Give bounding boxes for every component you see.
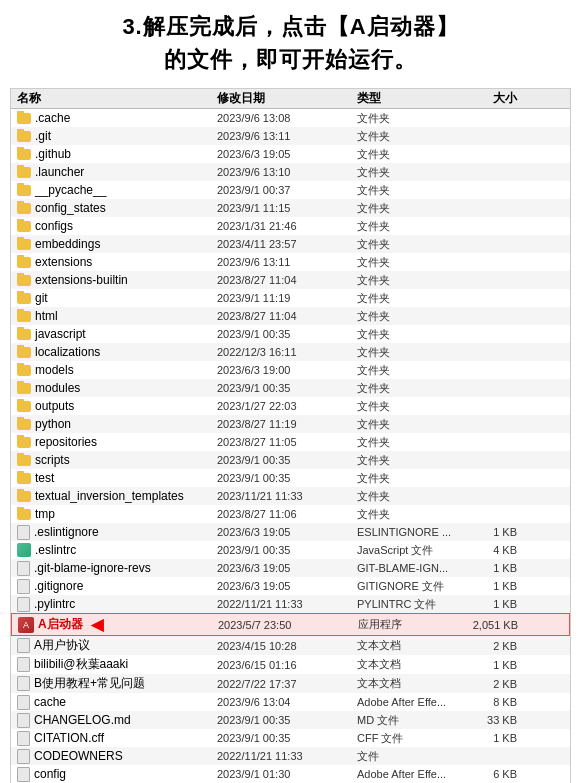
table-row[interactable]: localizations 2022/12/3 16:11 文件夹 [11,343,570,361]
file-name-text: .git-blame-ignore-revs [34,561,151,575]
file-size-cell: 6 KB [467,768,517,780]
file-name-cell: .github [17,147,217,161]
file-explorer: 名称 修改日期 类型 大小 .cache 2023/9/6 13:08 文件夹 … [10,88,571,783]
table-row[interactable]: modules 2023/9/1 00:35 文件夹 [11,379,570,397]
file-name-text: .eslintrc [35,543,76,557]
table-row[interactable]: .eslintrc 2023/9/1 00:35 JavaScript 文件 4… [11,541,570,559]
table-row[interactable]: A用户协议 2023/4/15 10:28 文本文档 2 KB [11,636,570,655]
folder-icon [17,383,31,394]
file-type-cell: 文件夹 [357,111,467,126]
file-name-text: embeddings [35,237,100,251]
file-name-text: config_states [35,201,106,215]
table-row[interactable]: test 2023/9/1 00:35 文件夹 [11,469,570,487]
file-date-cell: 2023/8/27 11:05 [217,436,357,448]
file-name-cell: repositories [17,435,217,449]
table-row[interactable]: embeddings 2023/4/11 23:57 文件夹 [11,235,570,253]
table-row[interactable]: CHANGELOG.md 2023/9/1 00:35 MD 文件 33 KB [11,711,570,729]
table-row[interactable]: B使用教程+常见问题 2022/7/22 17:37 文本文档 2 KB [11,674,570,693]
table-row[interactable]: html 2023/8/27 11:04 文件夹 [11,307,570,325]
file-name-text: .eslintignore [34,525,99,539]
column-headers[interactable]: 名称 修改日期 类型 大小 [11,89,570,109]
table-row[interactable]: .gitignore 2023/6/3 19:05 GITIGNORE 文件 1… [11,577,570,595]
file-name-text: javascript [35,327,86,341]
table-row[interactable]: outputs 2023/1/27 22:03 文件夹 [11,397,570,415]
folder-icon [17,311,31,322]
table-row[interactable]: extensions-builtin 2023/8/27 11:04 文件夹 [11,271,570,289]
file-type-cell: GITIGNORE 文件 [357,579,467,594]
file-type-cell: JavaScript 文件 [357,543,467,558]
file-name-cell: embeddings [17,237,217,251]
table-row[interactable]: python 2023/8/27 11:19 文件夹 [11,415,570,433]
header-line2: 的文件，即可开始运行。 [20,43,561,76]
file-type-cell: 文件夹 [357,435,467,450]
file-name-text: CHANGELOG.md [34,713,131,727]
file-name-cell: git [17,291,217,305]
file-name-text: test [35,471,54,485]
table-row[interactable]: javascript 2023/9/1 00:35 文件夹 [11,325,570,343]
table-row[interactable]: textual_inversion_templates 2023/11/21 1… [11,487,570,505]
file-icon [17,561,30,576]
file-name-text: .cache [35,111,70,125]
table-row[interactable]: CITATION.cff 2023/9/1 00:35 CFF 文件 1 KB [11,729,570,747]
table-row[interactable]: git 2023/9/1 11:19 文件夹 [11,289,570,307]
file-date-cell: 2023/4/11 23:57 [217,238,357,250]
col-header-size: 大小 [467,90,517,107]
file-name-text: CITATION.cff [34,731,104,745]
file-type-cell: 文件 [357,749,467,764]
file-date-cell: 2023/5/7 23:50 [218,619,358,631]
table-row[interactable]: .launcher 2023/9/6 13:10 文件夹 [11,163,570,181]
folder-icon [17,473,31,484]
folder-icon [17,437,31,448]
file-date-cell: 2023/9/1 00:35 [217,714,357,726]
file-type-cell: 文件夹 [357,381,467,396]
header-line1: 3.解压完成后，点击【A启动器】 [20,10,561,43]
file-icon [17,731,30,746]
table-row[interactable]: .cache 2023/9/6 13:08 文件夹 [11,109,570,127]
highlight-arrow: ◀ [91,615,103,634]
file-date-cell: 2023/9/1 11:19 [217,292,357,304]
file-date-cell: 2023/8/27 11:19 [217,418,357,430]
table-row[interactable]: .pylintrc 2022/11/21 11:33 PYLINTRC 文件 1… [11,595,570,613]
file-date-cell: 2023/6/15 01:16 [217,659,357,671]
file-name-text: .launcher [35,165,84,179]
table-row[interactable]: .git-blame-ignore-revs 2023/6/3 19:05 GI… [11,559,570,577]
folder-icon [17,167,31,178]
folder-icon [17,257,31,268]
folder-icon [17,275,31,286]
file-name-cell: .git-blame-ignore-revs [17,561,217,576]
folder-icon [17,329,31,340]
file-icon [17,749,30,764]
table-row[interactable]: scripts 2023/9/1 00:35 文件夹 [11,451,570,469]
table-row[interactable]: models 2023/6/3 19:00 文件夹 [11,361,570,379]
file-date-cell: 2022/12/3 16:11 [217,346,357,358]
file-name-text: CODEOWNERS [34,749,123,763]
file-name-cell: bilibili@秋葉aaaki [17,656,217,673]
file-name-text: bilibili@秋葉aaaki [34,656,128,673]
file-date-cell: 2023/6/3 19:05 [217,526,357,538]
table-row[interactable]: tmp 2023/8/27 11:06 文件夹 [11,505,570,523]
folder-icon [17,113,31,124]
table-row[interactable]: configs 2023/1/31 21:46 文件夹 [11,217,570,235]
file-name-text: configs [35,219,73,233]
table-row[interactable]: bilibili@秋葉aaaki 2023/6/15 01:16 文本文档 1 … [11,655,570,674]
file-date-cell: 2023/1/31 21:46 [217,220,357,232]
file-date-cell: 2023/9/1 00:35 [217,328,357,340]
table-row[interactable]: extensions 2023/9/6 13:11 文件夹 [11,253,570,271]
table-row[interactable]: __pycache__ 2023/9/1 00:37 文件夹 [11,181,570,199]
file-date-cell: 2023/9/1 00:37 [217,184,357,196]
file-name-cell: __pycache__ [17,183,217,197]
file-type-cell: 文件夹 [357,417,467,432]
table-row[interactable]: .eslintignore 2023/6/3 19:05 ESLINTIGNOR… [11,523,570,541]
table-row[interactable]: A A启动器 ◀ 2023/5/7 23:50 应用程序 2,051 KB [11,613,570,636]
table-row[interactable]: .git 2023/9/6 13:11 文件夹 [11,127,570,145]
table-row[interactable]: repositories 2023/8/27 11:05 文件夹 [11,433,570,451]
table-row[interactable]: config_states 2023/9/1 11:15 文件夹 [11,199,570,217]
file-type-cell: 文件夹 [357,147,467,162]
table-row[interactable]: config 2023/9/1 01:30 Adobe After Effe..… [11,765,570,783]
file-size-cell: 33 KB [467,714,517,726]
folder-icon [17,149,31,160]
table-row[interactable]: CODEOWNERS 2022/11/21 11:33 文件 [11,747,570,765]
file-date-cell: 2023/6/3 19:05 [217,148,357,160]
table-row[interactable]: cache 2023/9/6 13:04 Adobe After Effe...… [11,693,570,711]
table-row[interactable]: .github 2023/6/3 19:05 文件夹 [11,145,570,163]
